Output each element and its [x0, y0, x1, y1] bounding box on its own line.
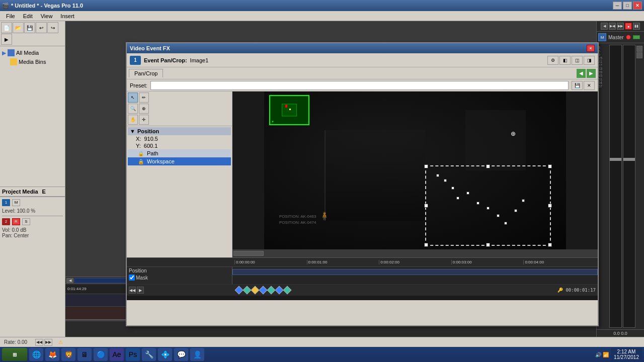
- track2-vol: Vol: 0.0 dB: [2, 227, 63, 233]
- project-tab2[interactable]: E: [42, 189, 46, 195]
- rate-ctrl-1[interactable]: ◀◀: [35, 339, 43, 346]
- mixer-ctrl-2[interactable]: ▶◀: [609, 23, 616, 30]
- minimize-button[interactable]: ─: [613, 2, 622, 10]
- ctrl-btn-1[interactable]: ⚙: [547, 56, 558, 65]
- preset-save-btn[interactable]: 💾: [572, 81, 583, 90]
- taskbar-browser2[interactable]: 🦊: [45, 348, 59, 361]
- zoom-tool-btn[interactable]: ⊕: [139, 104, 149, 114]
- master-green-btn[interactable]: [633, 35, 640, 39]
- y-row: Y: 600.1: [128, 142, 231, 149]
- track1-ctrl[interactable]: M: [12, 199, 20, 206]
- master-icon[interactable]: M: [598, 33, 606, 41]
- clock-time: 2:12 AM: [614, 349, 639, 354]
- maximize-button[interactable]: □: [623, 2, 632, 10]
- ctrl-btn-3[interactable]: ◫: [572, 56, 583, 65]
- corridor: [325, 130, 425, 221]
- magnify-tool-btn[interactable]: 🔍: [128, 104, 138, 114]
- mask-checkbox[interactable]: [129, 275, 135, 281]
- track1-level: Level: 100.0 %: [2, 208, 63, 214]
- mixer-ctrl-red[interactable]: ●: [625, 23, 632, 30]
- keyframe-btn-3[interactable]: [251, 286, 260, 295]
- taskbar-ps[interactable]: Ps: [126, 348, 140, 361]
- keyframe-btn-7[interactable]: [283, 286, 292, 295]
- h-scrollbar[interactable]: [232, 249, 598, 257]
- h-scroll-thumb[interactable]: [233, 251, 264, 256]
- render-btn[interactable]: ▶: [1, 34, 12, 45]
- pancrop-tab[interactable]: Pan/Crop: [129, 69, 163, 77]
- save-btn[interactable]: 💾: [24, 22, 35, 33]
- track2-solo[interactable]: S: [22, 218, 30, 225]
- close-button[interactable]: ✕: [633, 2, 642, 10]
- menu-file[interactable]: File: [2, 12, 19, 20]
- path-item[interactable]: 🔒 Path: [128, 149, 231, 157]
- preset-close-btn[interactable]: ✕: [584, 81, 595, 90]
- redo-btn[interactable]: ↪: [47, 22, 58, 33]
- db-39: 39: [598, 70, 608, 74]
- master-rec-btn[interactable]: [626, 35, 631, 40]
- keyframe-btn-6[interactable]: [275, 286, 284, 295]
- taskbar-explorer[interactable]: 🖥: [77, 348, 92, 361]
- menu-insert[interactable]: Insert: [56, 12, 78, 20]
- taskbar-app8[interactable]: 👤: [190, 348, 204, 361]
- bottom-status: Rate: 0.00 ◀◀ ▶▶ ⚠: [0, 337, 644, 347]
- crosshair-tool-btn[interactable]: ✛: [139, 115, 149, 125]
- hand-tool-btn[interactable]: ✋: [128, 115, 138, 125]
- content-area: 📄 📂 💾 ↩ ↪ ▶ ▶ All Media Media Bins: [0, 21, 644, 337]
- keyframe-btn-1[interactable]: [235, 286, 244, 295]
- mixer-ctrl-3[interactable]: ▶▶: [617, 23, 624, 30]
- preset-input[interactable]: [150, 81, 569, 90]
- tl-play-btn[interactable]: ▶: [137, 287, 144, 294]
- app-icon: 🎬: [2, 3, 9, 9]
- keyframe-btn-4[interactable]: [259, 286, 268, 295]
- db-33: 33: [598, 67, 608, 70]
- pencil-tool-btn[interactable]: ✏: [139, 93, 149, 103]
- ctrl-btn-4[interactable]: ◨: [584, 56, 595, 65]
- y-value[interactable]: 600.1: [144, 143, 158, 149]
- track2-record[interactable]: R: [12, 218, 20, 225]
- position-header[interactable]: ▼ Position: [128, 127, 231, 135]
- vefx-close-btn[interactable]: ×: [587, 45, 595, 52]
- tl-ctrl-left: ◀◀ ▶: [129, 287, 234, 294]
- taskbar-app5[interactable]: 🔵: [94, 348, 108, 361]
- select-tool-btn[interactable]: ↖: [128, 93, 138, 103]
- media-bins-label: Media Bins: [19, 59, 46, 65]
- taskbar-browser3[interactable]: 🦁: [61, 348, 75, 361]
- keyframe-btn-2[interactable]: [243, 286, 252, 295]
- mixer-ctrl-1[interactable]: ◀: [601, 23, 608, 30]
- title-bar-controls: ─ □ ✕: [613, 2, 642, 10]
- new-project-btn[interactable]: 📄: [1, 22, 12, 33]
- ctrl-btn-2[interactable]: ◧: [559, 56, 571, 65]
- clip-ind-2[interactable]: [636, 52, 642, 58]
- taskbar-app7[interactable]: 💠: [158, 348, 172, 361]
- rate-ctrl-2[interactable]: ▶▶: [44, 339, 52, 346]
- clip-ind-1[interactable]: [636, 46, 642, 52]
- nav-right[interactable]: ▶: [587, 69, 596, 78]
- keyframe-btn-5[interactable]: [267, 286, 276, 295]
- title-bar: 🎬 * Untitled * - Vegas Pro 11.0 ─ □ ✕: [0, 0, 644, 11]
- undo-btn[interactable]: ↩: [36, 22, 47, 33]
- taskbar-browser1[interactable]: 🌐: [29, 348, 43, 361]
- fader-handle-l[interactable]: [610, 158, 621, 161]
- open-btn[interactable]: 📂: [13, 22, 24, 33]
- mixer-ctrl-4[interactable]: ▮▮: [633, 23, 640, 30]
- tl-back-btn[interactable]: ◀◀: [129, 287, 136, 294]
- menu-view[interactable]: View: [37, 12, 57, 20]
- all-media-item[interactable]: ▶ All Media: [2, 48, 63, 57]
- nav-left[interactable]: ◀: [577, 69, 586, 78]
- preset-controls: 💾 ✕: [572, 81, 595, 90]
- media-bins-item[interactable]: Media Bins: [2, 57, 63, 66]
- menu-edit[interactable]: Edit: [19, 12, 37, 20]
- taskbar-skype[interactable]: 💬: [174, 348, 188, 361]
- start-button[interactable]: ⊞: [2, 348, 27, 361]
- fader-handle-r[interactable]: [623, 158, 635, 161]
- project-media-header: Project Media E: [0, 187, 65, 197]
- taskbar-ae[interactable]: Ae: [110, 348, 124, 361]
- timeline-ruler: 0:00:00:00 0:00:01:00 0:00:02:00 0:00:03…: [127, 258, 598, 267]
- taskbar-app6[interactable]: 🔧: [142, 348, 156, 361]
- minimap-enemy: [289, 109, 291, 110]
- workspace-item[interactable]: 🔒 Workspace: [128, 157, 231, 165]
- vefx-title-bar[interactable]: Video Event FX ×: [127, 43, 598, 53]
- x-value[interactable]: 910.5: [144, 136, 158, 142]
- timeline-scroll-left[interactable]: ◀: [66, 278, 73, 283]
- nav-arrows: ◀ ▶: [577, 69, 596, 78]
